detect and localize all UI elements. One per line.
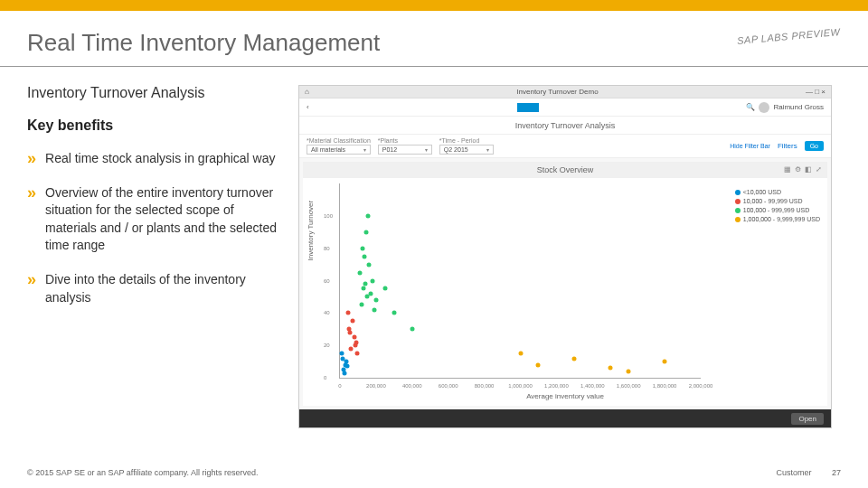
search-icon[interactable]: 🔍 bbox=[746, 103, 755, 111]
chevron-down-icon: ▾ bbox=[363, 146, 366, 153]
benefits-heading: Key benefits bbox=[27, 117, 280, 134]
list-item: »Real time stock analysis in graphical w… bbox=[27, 150, 280, 168]
filter-bar: *Material Classification All materials▾ … bbox=[299, 135, 831, 158]
x-axis-label: Average inventory value bbox=[526, 392, 604, 400]
user-area[interactable]: 🔍 Raimund Gross bbox=[746, 102, 824, 113]
y-axis-label: Inventory Turnover bbox=[307, 201, 315, 261]
expand-icon[interactable]: ⤢ bbox=[816, 165, 822, 174]
audience-label: Customer bbox=[776, 468, 811, 477]
bullet-text: Dive into the details of the inventory a… bbox=[45, 271, 280, 306]
back-icon[interactable]: ‹ bbox=[307, 103, 309, 111]
filter-label: *Material Classification bbox=[307, 137, 371, 144]
sap-logo-icon bbox=[517, 103, 539, 112]
page-title: Real Time Inventory Management bbox=[27, 29, 841, 57]
chevron-down-icon: ▾ bbox=[486, 146, 489, 153]
bullet-icon: » bbox=[27, 184, 36, 255]
user-name: Raimund Gross bbox=[773, 103, 824, 111]
chart-legend: <10,000 USD10,000 - 99,999 USD100,000 - … bbox=[735, 189, 820, 225]
copyright-text: © 2015 SAP SE or an SAP affiliate compan… bbox=[27, 468, 259, 477]
left-column: Inventory Turnover Analysis Key benefits… bbox=[27, 85, 298, 428]
chart-panel: Stock Overview ▦ ⚙ ◧ ⤢ Inventory Turnove… bbox=[303, 162, 827, 406]
scatter-plot[interactable]: 0200,000400,000600,000800,0001,000,0001,… bbox=[339, 183, 701, 379]
filter-label: *Plants bbox=[378, 137, 432, 144]
benefits-list: »Real time stock analysis in graphical w… bbox=[27, 150, 280, 306]
chart-icon[interactable]: ◧ bbox=[805, 165, 812, 174]
bullet-text: Overview of the entire inventory turnove… bbox=[45, 184, 280, 255]
slide-header: Real Time Inventory Management SAP LABS … bbox=[0, 11, 868, 67]
chart-title: Stock Overview bbox=[303, 162, 827, 178]
browser-chrome: ⌂ Inventory Turnover Demo — □ × bbox=[299, 86, 831, 99]
filters-button[interactable]: Filters bbox=[778, 142, 797, 150]
list-item: »Overview of the entire inventory turnov… bbox=[27, 184, 280, 255]
legend-item[interactable]: 10,000 - 99,999 USD bbox=[735, 198, 820, 204]
content-row: Inventory Turnover Analysis Key benefits… bbox=[0, 67, 868, 428]
view-icon[interactable]: ▦ bbox=[784, 165, 791, 174]
go-button[interactable]: Go bbox=[805, 141, 824, 151]
hide-filter-link[interactable]: Hide Filter Bar bbox=[730, 143, 770, 149]
window-controls: — □ × bbox=[806, 88, 826, 96]
avatar bbox=[759, 102, 769, 113]
open-button[interactable]: Open bbox=[791, 413, 824, 425]
filter-plants: *Plants P012▾ bbox=[378, 137, 432, 155]
app-title-bar: Inventory Turnover Analysis bbox=[299, 117, 831, 135]
app-title: Inventory Turnover Analysis bbox=[515, 121, 616, 130]
filter-material: *Material Classification All materials▾ bbox=[307, 137, 371, 155]
bullet-icon: » bbox=[27, 150, 36, 168]
legend-item[interactable]: 100,000 - 999,999 USD bbox=[735, 207, 820, 213]
slide-footer: © 2015 SAP SE or an SAP affiliate compan… bbox=[27, 468, 841, 477]
app-screenshot: ⌂ Inventory Turnover Demo — □ × ‹ 🔍 Raim… bbox=[298, 85, 832, 428]
app-footer: Open bbox=[299, 409, 831, 427]
app-header: ‹ 🔍 Raimund Gross bbox=[299, 99, 831, 117]
legend-item[interactable]: <10,000 USD bbox=[735, 189, 820, 195]
bullet-text: Real time stock analysis in graphical wa… bbox=[45, 150, 275, 168]
gear-icon[interactable]: ⚙ bbox=[795, 165, 801, 174]
plants-select[interactable]: P012▾ bbox=[378, 145, 432, 155]
time-select[interactable]: Q2 2015▾ bbox=[439, 145, 494, 155]
legend-item[interactable]: 1,000,000 - 9,999,999 USD bbox=[735, 216, 820, 222]
footer-right: Customer 27 bbox=[776, 468, 841, 477]
window-title: Inventory Turnover Demo bbox=[516, 88, 598, 96]
chart-toolbar: ▦ ⚙ ◧ ⤢ bbox=[784, 165, 822, 174]
list-item: »Dive into the details of the inventory … bbox=[27, 271, 280, 306]
filter-label: *Time - Period bbox=[439, 137, 494, 144]
material-select[interactable]: All materials▾ bbox=[307, 145, 371, 155]
bullet-icon: » bbox=[27, 271, 36, 306]
filter-time: *Time - Period Q2 2015▾ bbox=[439, 137, 494, 155]
section-subtitle: Inventory Turnover Analysis bbox=[27, 85, 280, 101]
accent-bar bbox=[0, 0, 868, 11]
home-icon: ⌂ bbox=[305, 88, 309, 96]
page-number: 27 bbox=[832, 468, 841, 477]
chevron-down-icon: ▾ bbox=[425, 146, 428, 153]
